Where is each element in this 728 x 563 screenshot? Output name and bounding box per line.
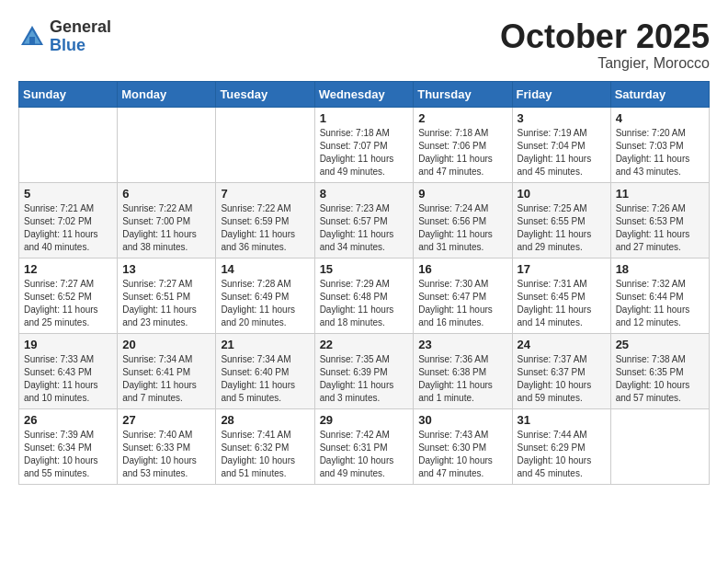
day-number: 3: [518, 111, 606, 125]
weekday-header: Thursday: [414, 81, 512, 107]
day-info: Sunrise: 7:33 AM Sunset: 6:43 PM Dayligh…: [24, 353, 112, 405]
calendar-cell: 19Sunrise: 7:33 AM Sunset: 6:43 PM Dayli…: [19, 333, 118, 408]
calendar-cell: 14Sunrise: 7:28 AM Sunset: 6:49 PM Dayli…: [216, 258, 314, 333]
day-info: Sunrise: 7:32 AM Sunset: 6:44 PM Dayligh…: [616, 278, 704, 329]
day-number: 22: [320, 338, 409, 351]
day-info: Sunrise: 7:24 AM Sunset: 6:56 PM Dayligh…: [418, 202, 506, 254]
calendar-cell: [610, 408, 709, 484]
calendar-cell: 12Sunrise: 7:27 AM Sunset: 6:52 PM Dayli…: [19, 258, 118, 333]
calendar-cell: [216, 107, 314, 182]
calendar-cell: 3Sunrise: 7:19 AM Sunset: 7:04 PM Daylig…: [512, 107, 610, 182]
day-number: 5: [24, 187, 112, 201]
logo-blue: Blue: [50, 36, 85, 54]
day-number: 18: [616, 262, 704, 276]
day-number: 14: [221, 262, 309, 276]
calendar-week-row: 26Sunrise: 7:39 AM Sunset: 6:34 PM Dayli…: [19, 408, 710, 484]
day-number: 16: [418, 262, 506, 276]
day-info: Sunrise: 7:36 AM Sunset: 6:38 PM Dayligh…: [418, 353, 506, 405]
calendar-table: SundayMondayTuesdayWednesdayThursdayFrid…: [18, 81, 710, 485]
month-title: October 2025: [500, 18, 710, 55]
calendar-cell: 2Sunrise: 7:18 AM Sunset: 7:06 PM Daylig…: [414, 107, 512, 182]
day-number: 9: [418, 187, 506, 201]
day-info: Sunrise: 7:27 AM Sunset: 6:52 PM Dayligh…: [24, 278, 112, 329]
logo-general: General: [50, 17, 111, 36]
weekday-header: Tuesday: [216, 81, 314, 107]
weekday-header: Wednesday: [314, 81, 414, 107]
day-info: Sunrise: 7:31 AM Sunset: 6:45 PM Dayligh…: [518, 278, 606, 329]
day-info: Sunrise: 7:40 AM Sunset: 6:33 PM Dayligh…: [122, 429, 210, 480]
day-info: Sunrise: 7:27 AM Sunset: 6:51 PM Dayligh…: [122, 278, 210, 329]
day-number: 26: [24, 413, 112, 427]
day-number: 6: [122, 187, 210, 201]
calendar-cell: 16Sunrise: 7:30 AM Sunset: 6:47 PM Dayli…: [414, 258, 512, 333]
calendar-cell: 1Sunrise: 7:18 AM Sunset: 7:07 PM Daylig…: [314, 107, 414, 182]
calendar-cell: 24Sunrise: 7:37 AM Sunset: 6:37 PM Dayli…: [512, 333, 610, 408]
weekday-header: Friday: [512, 81, 610, 107]
calendar-cell: 29Sunrise: 7:42 AM Sunset: 6:31 PM Dayli…: [314, 408, 414, 484]
day-number: 10: [518, 187, 606, 201]
day-info: Sunrise: 7:30 AM Sunset: 6:47 PM Dayligh…: [418, 278, 506, 329]
calendar-cell: 18Sunrise: 7:32 AM Sunset: 6:44 PM Dayli…: [610, 258, 709, 333]
calendar-cell: 20Sunrise: 7:34 AM Sunset: 6:41 PM Dayli…: [118, 333, 216, 408]
calendar-cell: 9Sunrise: 7:24 AM Sunset: 6:56 PM Daylig…: [414, 182, 512, 258]
calendar-cell: 4Sunrise: 7:20 AM Sunset: 7:03 PM Daylig…: [610, 107, 709, 182]
day-info: Sunrise: 7:20 AM Sunset: 7:03 PM Dayligh…: [616, 127, 704, 178]
calendar-week-row: 19Sunrise: 7:33 AM Sunset: 6:43 PM Dayli…: [19, 333, 710, 408]
day-number: 21: [221, 338, 309, 351]
calendar-week-row: 12Sunrise: 7:27 AM Sunset: 6:52 PM Dayli…: [19, 258, 710, 333]
day-number: 7: [221, 187, 309, 201]
day-info: Sunrise: 7:43 AM Sunset: 6:30 PM Dayligh…: [418, 429, 506, 480]
calendar-cell: 28Sunrise: 7:41 AM Sunset: 6:32 PM Dayli…: [216, 408, 314, 484]
day-info: Sunrise: 7:18 AM Sunset: 7:07 PM Dayligh…: [320, 127, 409, 178]
day-info: Sunrise: 7:38 AM Sunset: 6:35 PM Dayligh…: [616, 353, 704, 405]
calendar-cell: 7Sunrise: 7:22 AM Sunset: 6:59 PM Daylig…: [216, 182, 314, 258]
calendar-cell: 23Sunrise: 7:36 AM Sunset: 6:38 PM Dayli…: [414, 333, 512, 408]
calendar-cell: 13Sunrise: 7:27 AM Sunset: 6:51 PM Dayli…: [118, 258, 216, 333]
calendar-cell: 31Sunrise: 7:44 AM Sunset: 6:29 PM Dayli…: [512, 408, 610, 484]
day-info: Sunrise: 7:23 AM Sunset: 6:57 PM Dayligh…: [320, 202, 409, 254]
day-info: Sunrise: 7:39 AM Sunset: 6:34 PM Dayligh…: [24, 429, 112, 480]
day-number: 23: [418, 338, 506, 351]
day-number: 15: [320, 262, 409, 276]
calendar-cell: 26Sunrise: 7:39 AM Sunset: 6:34 PM Dayli…: [19, 408, 118, 484]
day-number: 4: [616, 111, 704, 125]
day-number: 28: [221, 413, 309, 427]
calendar-cell: 5Sunrise: 7:21 AM Sunset: 7:02 PM Daylig…: [19, 182, 118, 258]
day-info: Sunrise: 7:28 AM Sunset: 6:49 PM Dayligh…: [221, 278, 309, 329]
calendar-cell: 10Sunrise: 7:25 AM Sunset: 6:55 PM Dayli…: [512, 182, 610, 258]
calendar-cell: 15Sunrise: 7:29 AM Sunset: 6:48 PM Dayli…: [314, 258, 414, 333]
calendar-cell: 6Sunrise: 7:22 AM Sunset: 7:00 PM Daylig…: [118, 182, 216, 258]
weekday-header: Saturday: [610, 81, 709, 107]
logo: General Blue: [18, 18, 111, 55]
day-info: Sunrise: 7:22 AM Sunset: 7:00 PM Dayligh…: [122, 202, 210, 254]
weekday-header: Monday: [118, 81, 216, 107]
calendar-cell: 25Sunrise: 7:38 AM Sunset: 6:35 PM Dayli…: [610, 333, 709, 408]
day-number: 29: [320, 413, 409, 427]
page-header: General Blue October 2025 Tangier, Moroc…: [18, 18, 710, 72]
calendar-cell: 27Sunrise: 7:40 AM Sunset: 6:33 PM Dayli…: [118, 408, 216, 484]
day-number: 8: [320, 187, 409, 201]
calendar-cell: [118, 107, 216, 182]
day-info: Sunrise: 7:25 AM Sunset: 6:55 PM Dayligh…: [518, 202, 606, 254]
day-info: Sunrise: 7:26 AM Sunset: 6:53 PM Dayligh…: [616, 202, 704, 254]
day-number: 24: [518, 338, 606, 351]
day-number: 12: [24, 262, 112, 276]
calendar-cell: 21Sunrise: 7:34 AM Sunset: 6:40 PM Dayli…: [216, 333, 314, 408]
day-number: 31: [518, 413, 606, 427]
day-number: 17: [518, 262, 606, 276]
calendar-cell: [19, 107, 118, 182]
day-info: Sunrise: 7:34 AM Sunset: 6:41 PM Dayligh…: [122, 353, 210, 405]
day-number: 11: [616, 187, 704, 201]
day-info: Sunrise: 7:18 AM Sunset: 7:06 PM Dayligh…: [418, 127, 506, 178]
logo-text: General Blue: [50, 18, 111, 55]
calendar-cell: 30Sunrise: 7:43 AM Sunset: 6:30 PM Dayli…: [414, 408, 512, 484]
day-number: 27: [122, 413, 210, 427]
calendar-cell: 17Sunrise: 7:31 AM Sunset: 6:45 PM Dayli…: [512, 258, 610, 333]
calendar-cell: 22Sunrise: 7:35 AM Sunset: 6:39 PM Dayli…: [314, 333, 414, 408]
day-info: Sunrise: 7:19 AM Sunset: 7:04 PM Dayligh…: [518, 127, 606, 178]
calendar-week-row: 1Sunrise: 7:18 AM Sunset: 7:07 PM Daylig…: [19, 107, 710, 182]
day-number: 20: [122, 338, 210, 351]
day-number: 1: [320, 111, 409, 125]
day-number: 13: [122, 262, 210, 276]
day-number: 2: [418, 111, 506, 125]
